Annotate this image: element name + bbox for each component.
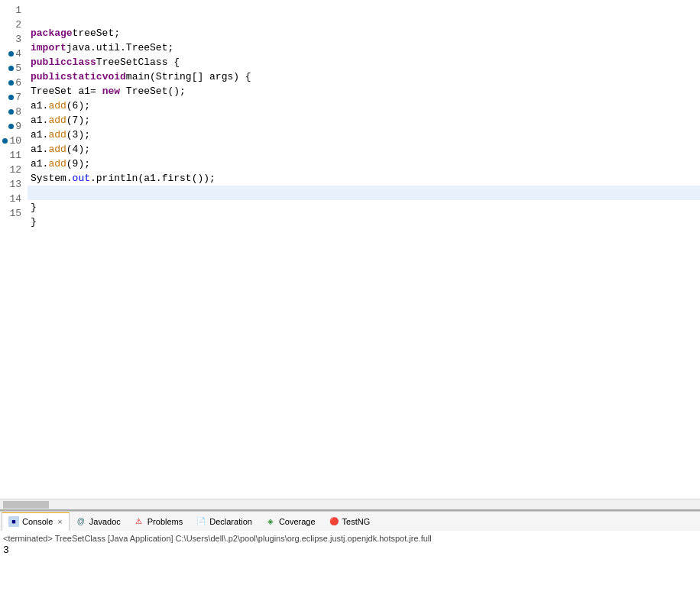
javadoc-tab-label: Javadoc bbox=[89, 517, 121, 526]
coverage-tab-label: Coverage bbox=[279, 517, 316, 526]
console-output: 3 bbox=[3, 544, 697, 556]
coverage-icon: ◈ bbox=[265, 516, 276, 527]
line-number-3: 3 bbox=[3, 32, 21, 47]
javadoc-icon: @ bbox=[76, 516, 86, 527]
line-numbers: 123456789101112131415 bbox=[0, 3, 28, 499]
breakpoint-dot bbox=[8, 124, 14, 129]
declaration-icon: 📄 bbox=[196, 516, 206, 527]
code-line-11[interactable]: System.out.println(a1.first()); bbox=[28, 171, 700, 186]
scroll-track[interactable] bbox=[0, 501, 700, 509]
bottom-panel: ■Console×@Javadoc⚠Problems📄Declaration◈C… bbox=[0, 509, 700, 601]
code-line-2[interactable]: import java.util.TreeSet; bbox=[28, 40, 700, 55]
line-number-13: 13 bbox=[3, 177, 21, 192]
line-number-1: 1 bbox=[3, 3, 21, 18]
declaration-tab-label: Declaration bbox=[209, 517, 252, 526]
code-line-12[interactable] bbox=[28, 186, 700, 200]
code-line-1[interactable]: package treeSet; bbox=[28, 26, 700, 40]
breakpoint-dot bbox=[2, 138, 8, 144]
breakpoint-dot bbox=[8, 80, 14, 86]
line-number-5: 5 bbox=[3, 61, 21, 76]
breakpoint-dot bbox=[8, 95, 14, 100]
problems-tab-label: Problems bbox=[147, 517, 183, 526]
code-line-9[interactable]: a1.add(4); bbox=[28, 142, 700, 157]
editor-area: 123456789101112131415 package treeSet;im… bbox=[0, 0, 700, 509]
breakpoint-dot bbox=[8, 66, 14, 71]
line-number-8: 8 bbox=[3, 105, 21, 119]
line-number-2: 2 bbox=[3, 18, 21, 32]
code-line-8[interactable]: a1.add(3); bbox=[28, 128, 700, 142]
code-line-3[interactable]: public class TreeSetClass { bbox=[28, 55, 700, 69]
line-number-4: 4 bbox=[3, 47, 21, 61]
tab-javadoc[interactable]: @Javadoc bbox=[70, 512, 128, 531]
console-close-button[interactable]: × bbox=[57, 517, 62, 526]
code-line-14[interactable]: } bbox=[28, 215, 700, 229]
line-number-14: 14 bbox=[3, 192, 21, 206]
code-line-6[interactable]: a1.add(6); bbox=[28, 99, 700, 113]
problems-icon: ⚠ bbox=[134, 516, 144, 527]
line-number-9: 9 bbox=[3, 119, 21, 134]
console-area: <terminated> TreeSetClass [Java Applicat… bbox=[0, 531, 700, 601]
console-tab-label: Console bbox=[22, 517, 53, 526]
code-line-5[interactable]: TreeSet a1= new TreeSet(); bbox=[28, 84, 700, 99]
console-terminated-text: <terminated> TreeSetClass [Java Applicat… bbox=[3, 532, 697, 544]
tab-declaration[interactable]: 📄Declaration bbox=[190, 512, 259, 531]
editor-scrollbar[interactable] bbox=[0, 499, 700, 509]
code-line-7[interactable]: a1.add(7); bbox=[28, 113, 700, 128]
code-line-4[interactable]: public static void main(String[] args) { bbox=[28, 69, 700, 84]
tab-problems[interactable]: ⚠Problems bbox=[128, 512, 190, 531]
line-number-10: 10 bbox=[3, 134, 21, 148]
console-icon: ■ bbox=[8, 516, 19, 527]
tab-testng[interactable]: 🔴TestNG bbox=[322, 512, 378, 531]
code-line-15[interactable] bbox=[28, 229, 700, 244]
tab-coverage[interactable]: ◈Coverage bbox=[259, 512, 322, 531]
line-number-11: 11 bbox=[3, 148, 21, 163]
bottom-tabs: ■Console×@Javadoc⚠Problems📄Declaration◈C… bbox=[0, 511, 700, 531]
code-line-10[interactable]: a1.add(9); bbox=[28, 157, 700, 171]
code-container: 123456789101112131415 package treeSet;im… bbox=[0, 0, 700, 499]
code-lines: package treeSet;import java.util.TreeSet… bbox=[28, 3, 700, 244]
testng-icon: 🔴 bbox=[329, 516, 339, 527]
tab-console[interactable]: ■Console× bbox=[2, 512, 70, 532]
breakpoint-dot bbox=[8, 109, 14, 115]
line-number-6: 6 bbox=[3, 76, 21, 90]
code-content[interactable]: package treeSet;import java.util.TreeSet… bbox=[28, 3, 700, 499]
line-number-12: 12 bbox=[3, 163, 21, 177]
scroll-thumb[interactable] bbox=[3, 501, 49, 509]
code-line-13[interactable]: } bbox=[28, 200, 700, 215]
testng-tab-label: TestNG bbox=[342, 517, 371, 526]
line-number-15: 15 bbox=[3, 206, 21, 221]
breakpoint-dot bbox=[8, 51, 14, 57]
line-number-7: 7 bbox=[3, 90, 21, 105]
